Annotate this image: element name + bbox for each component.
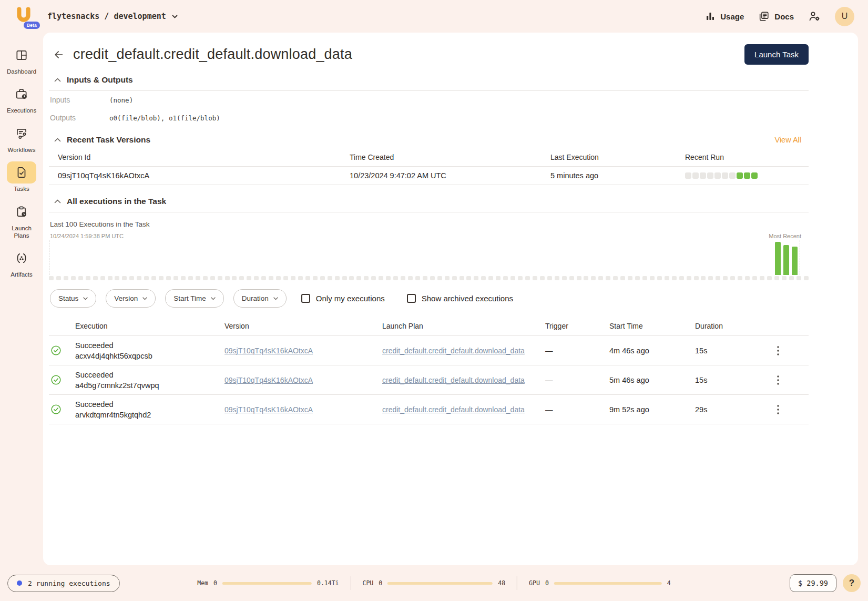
docs-label: Docs bbox=[774, 12, 794, 21]
docs-button[interactable]: Docs bbox=[758, 11, 794, 22]
topbar: Beta flytesnacks / development Usage Doc… bbox=[0, 0, 868, 33]
timeline-slot bbox=[393, 276, 398, 280]
docs-icon bbox=[758, 11, 770, 22]
sidebar-item-executions[interactable]: Executions bbox=[2, 83, 42, 114]
view-all-link[interactable]: View All bbox=[774, 136, 801, 144]
show-archived-checkbox[interactable]: Show archived executions bbox=[407, 294, 513, 303]
recent-run-cell bbox=[700, 172, 706, 179]
versions-section-head[interactable]: Recent Task Versions View All bbox=[49, 127, 809, 148]
start-time-filter[interactable]: Start Time bbox=[165, 289, 224, 308]
last-execution: 5 minutes ago bbox=[550, 171, 685, 180]
timeline-slot bbox=[239, 276, 244, 280]
timeline-slot bbox=[371, 276, 376, 280]
timeline-slot bbox=[210, 276, 215, 280]
help-button[interactable]: ? bbox=[843, 574, 861, 592]
back-arrow-icon[interactable] bbox=[53, 49, 65, 60]
version-link[interactable]: 09sjT10qTq4sK16kAOtxcA bbox=[224, 376, 313, 384]
launch-plan-link[interactable]: credit_default.credit_default.download_d… bbox=[382, 347, 525, 355]
execution-row[interactable]: Succeeded a4d5g7cmnkz2st7qvwpq 09sjT10qT… bbox=[49, 365, 809, 395]
sidebar-item-tasks[interactable]: Tasks bbox=[2, 161, 42, 192]
timeline-slot bbox=[782, 276, 787, 280]
launch-task-button[interactable]: Launch Task bbox=[744, 44, 809, 65]
column-header: Recent Run bbox=[685, 153, 809, 161]
timeline-slot bbox=[452, 276, 457, 280]
filters-row: Status Version Start Time Duration Only … bbox=[49, 289, 809, 308]
gauge-divider bbox=[351, 576, 351, 590]
usage-button[interactable]: Usage bbox=[705, 11, 744, 22]
timeline-slot bbox=[679, 276, 684, 280]
timeline-slot bbox=[635, 276, 640, 280]
mem-label: Mem bbox=[197, 579, 208, 587]
sidebar-item-label: Launch Plans bbox=[7, 225, 36, 240]
timeline-slot bbox=[620, 276, 625, 280]
checkbox-icon[interactable] bbox=[407, 294, 416, 303]
recent-run-cell bbox=[722, 172, 728, 179]
cpu-max: 48 bbox=[498, 579, 505, 587]
version-link[interactable]: 09sjT10qTq4sK16kAOtxcA bbox=[224, 405, 313, 414]
gpu-max: 4 bbox=[667, 579, 671, 587]
timeline-slot bbox=[408, 276, 413, 280]
executions-section-head[interactable]: All executions in the Task bbox=[49, 188, 809, 212]
status-cell bbox=[49, 374, 74, 385]
sidebar-item-launch-plans[interactable]: Launch Plans bbox=[2, 201, 42, 240]
sidebar-item-workflows[interactable]: Workflows bbox=[2, 123, 42, 154]
histogram-bar bbox=[792, 247, 798, 275]
status-cell bbox=[49, 345, 74, 356]
cost-button[interactable]: $ 29.99 bbox=[790, 574, 836, 592]
version-link[interactable]: 09sjT10qTq4sK16kAOtxcA bbox=[224, 347, 313, 355]
timeline-slot bbox=[628, 276, 632, 280]
checkbox-icon[interactable] bbox=[301, 294, 310, 303]
timeline-slot bbox=[562, 276, 567, 280]
timeline-slot bbox=[225, 276, 230, 280]
user-settings-button[interactable] bbox=[808, 10, 821, 23]
running-executions-pill[interactable]: 2 running executions bbox=[7, 575, 120, 592]
row-menu-button[interactable] bbox=[773, 405, 809, 414]
io-section-head[interactable]: Inputs & Outputs bbox=[49, 67, 809, 91]
sidebar-item-artifacts[interactable]: Artifacts bbox=[2, 247, 42, 278]
recent-run-cells bbox=[685, 172, 809, 179]
executions-subtitle: Last 100 Executions in the Task bbox=[50, 220, 809, 228]
sidebar-item-dashboard[interactable]: Dashboard bbox=[2, 44, 42, 75]
show-archived-label: Show archived executions bbox=[422, 294, 513, 303]
gauge-divider bbox=[517, 576, 517, 590]
version-filter-label: Version bbox=[114, 294, 138, 302]
timeline-slot bbox=[518, 276, 523, 280]
timeline-slot bbox=[276, 276, 281, 280]
timeline-slot bbox=[650, 276, 655, 280]
timeline-slot bbox=[64, 276, 68, 280]
column-header: Duration bbox=[695, 322, 773, 330]
resource-gauges: Mem 0 0.14Ti CPU 0 48 GPU 0 4 bbox=[197, 576, 671, 590]
executions-section-title: All executions in the Task bbox=[67, 197, 166, 206]
kebab-icon bbox=[777, 346, 779, 355]
recent-run-cell bbox=[737, 172, 743, 179]
duration-filter[interactable]: Duration bbox=[233, 289, 287, 308]
only-my-executions-checkbox[interactable]: Only my executions bbox=[301, 294, 385, 303]
execution-row[interactable]: Succeeded arvkdtqmr4tn5kgtqhd2 09sjT10qT… bbox=[49, 395, 809, 424]
timeline-slot bbox=[86, 276, 90, 280]
column-header: Trigger bbox=[545, 322, 609, 330]
running-executions-label: 2 running executions bbox=[28, 579, 110, 587]
status-filter[interactable]: Status bbox=[50, 289, 96, 308]
row-menu-button[interactable] bbox=[773, 346, 809, 355]
timeline-slot bbox=[745, 276, 750, 280]
trigger-value: — bbox=[545, 405, 609, 414]
launch-plan-link[interactable]: credit_default.credit_default.download_d… bbox=[382, 376, 525, 384]
timeline-slot bbox=[584, 276, 588, 280]
avatar[interactable]: U bbox=[835, 7, 854, 26]
row-menu-button[interactable] bbox=[773, 375, 809, 385]
trigger-value: — bbox=[545, 376, 609, 384]
timeline-slot bbox=[159, 276, 164, 280]
execution-cell: Succeeded acxv4dj4qhkt56xqpcsb bbox=[74, 340, 224, 361]
column-header: Launch Plan bbox=[382, 322, 545, 330]
version-row[interactable]: 09sjT10qTq4sK16kAOtxcA 10/23/2024 9:47:0… bbox=[49, 167, 809, 185]
inputs-value: (none) bbox=[109, 96, 133, 104]
launch-plan-link[interactable]: credit_default.credit_default.download_d… bbox=[382, 405, 525, 414]
launch-plans-icon bbox=[7, 201, 36, 223]
kebab-icon bbox=[777, 375, 779, 385]
timeline-slot bbox=[122, 276, 127, 280]
breadcrumb[interactable]: flytesnacks / development bbox=[47, 12, 178, 21]
execution-row[interactable]: Succeeded acxv4dj4qhkt56xqpcsb 09sjT10qT… bbox=[49, 336, 809, 365]
timeline-slot bbox=[151, 276, 156, 280]
version-filter[interactable]: Version bbox=[106, 289, 156, 308]
sidebar-item-label: Executions bbox=[7, 107, 36, 114]
